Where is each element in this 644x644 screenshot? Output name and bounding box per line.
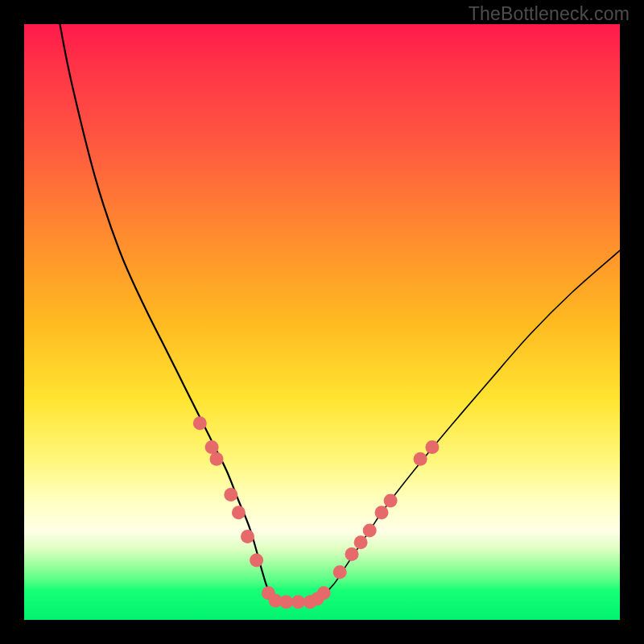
chart-frame: TheBottleneck.com: [0, 0, 644, 644]
data-dot: [279, 595, 293, 609]
data-dot: [193, 416, 207, 430]
data-dot: [241, 530, 254, 543]
data-dot: [345, 547, 359, 561]
watermark-text: TheBottleneck.com: [469, 3, 630, 25]
data-dot: [205, 440, 219, 454]
plot-area: [24, 24, 620, 620]
data-dot: [224, 488, 237, 502]
bottleneck-chart-svg: [24, 24, 620, 620]
data-dot: [354, 535, 368, 549]
data-dot: [317, 586, 331, 600]
data-dot: [232, 506, 246, 519]
data-dot: [384, 494, 398, 508]
data-dot: [291, 595, 305, 609]
data-dot: [363, 524, 377, 538]
data-dot: [250, 554, 263, 568]
data-dot: [425, 440, 439, 454]
curve-right-curve: [310, 250, 620, 602]
data-dot: [414, 452, 427, 466]
data-dot: [375, 506, 389, 519]
data-dot: [210, 452, 224, 466]
curve-left-curve: [60, 24, 310, 602]
data-dot: [333, 565, 347, 579]
